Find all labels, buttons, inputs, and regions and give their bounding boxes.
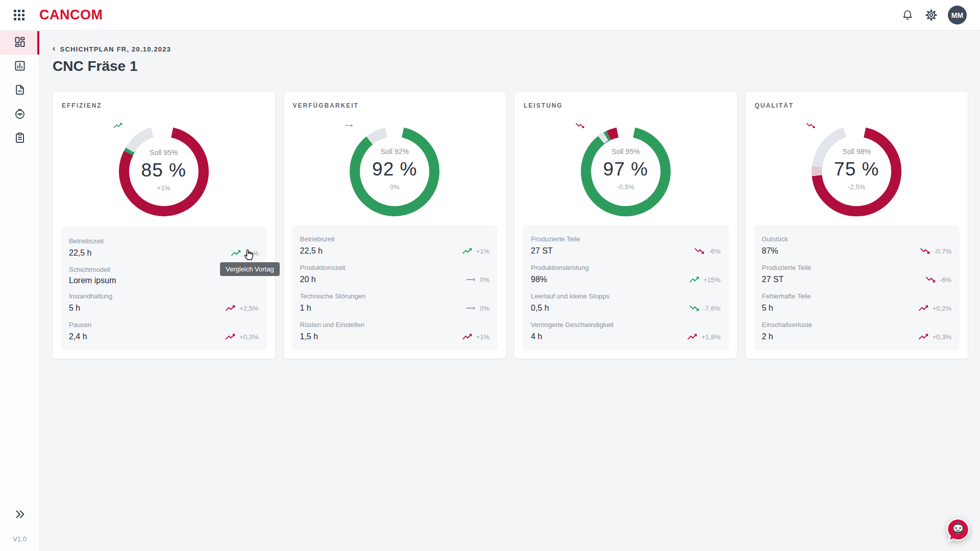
metric-label: Produzierte Teile xyxy=(531,235,721,243)
kpi-cards-grid: EFFIZIENZ Soll 95% 85 % +1% Betriebszeit… xyxy=(53,92,968,359)
metric-label: Produktionszeit xyxy=(300,264,490,271)
metric-value: 22,5 h xyxy=(300,246,323,256)
notifications-bell-icon[interactable] xyxy=(901,9,914,22)
metric-row: Schichtmodell Lorem ipsum xyxy=(69,266,259,285)
metric-label: Rüsten und Einstellen xyxy=(300,321,490,329)
metric-value: 22,5 h xyxy=(69,248,91,258)
metric-label: Einschaltverluste xyxy=(762,321,952,329)
page-title: CNC Fräse 1 xyxy=(53,58,968,74)
metric-row: Rüsten und Einstellen 1,5 h +1% xyxy=(300,321,490,342)
breadcrumb-back-link[interactable]: ‹ SCHICHTPLAN FR, 20.10.2023 xyxy=(53,45,968,53)
metric-trend[interactable]: +0,3% xyxy=(918,331,951,342)
sidebar-item-dashboard[interactable] xyxy=(0,31,39,55)
kpi-card-leistung: LEISTUNG Soll 95% 97 % -0,5% Produzierte… xyxy=(514,92,737,359)
metric-trend[interactable]: +2,5% xyxy=(225,303,258,314)
metric-row: Verringerte Geschwindigkeit 4 h +1,8% xyxy=(531,321,721,342)
cancom-logo: CANCOM xyxy=(39,7,103,23)
chatbot-launcher-button[interactable] xyxy=(945,517,971,543)
gauge-delta: +1% xyxy=(157,184,170,192)
gauge-trend: -0,5% xyxy=(617,183,634,191)
metric-delta: +1,8% xyxy=(701,333,720,341)
metric-trend[interactable]: +1% xyxy=(230,247,258,259)
sidebar-item-machine-monitor[interactable] xyxy=(0,103,39,127)
version-label: V1.0 xyxy=(13,535,27,543)
gauge-value: 97 % xyxy=(603,159,648,180)
dashboard-icon xyxy=(14,36,26,50)
metric-value: 0,5 h xyxy=(531,304,549,313)
main-content: ‹ SCHICHTPLAN FR, 20.10.2023 CNC Fräse 1… xyxy=(40,31,980,551)
trend-up-icon xyxy=(225,303,236,314)
card-title: QUALITÄT xyxy=(754,100,960,109)
metric-trend[interactable]: +0,2% xyxy=(918,303,951,314)
gauge-value: 75 % xyxy=(834,159,879,180)
gauge-wrap: Soll 95% 85 % +1% xyxy=(113,120,215,220)
metric-label: Gutstück xyxy=(762,235,952,243)
metric-delta: 0% xyxy=(480,276,489,284)
metric-label: Leerlauf und kleine Stopps xyxy=(531,292,721,300)
metric-delta: +2,5% xyxy=(239,305,258,312)
metric-trend[interactable]: -7,6% xyxy=(689,303,721,314)
metric-row: Gutstück 87% -0,7% xyxy=(762,235,952,257)
sidebar-item-documents[interactable] xyxy=(0,79,39,103)
gauge-soll-label: Soll 95% xyxy=(611,147,640,156)
user-avatar[interactable]: MM xyxy=(948,6,967,24)
sidebar-item-analytics[interactable] xyxy=(0,55,39,79)
metric-value: 98% xyxy=(531,275,547,284)
metric-trend[interactable]: -6% xyxy=(694,245,720,257)
settings-gear-icon[interactable] xyxy=(924,9,938,22)
metric-trend[interactable]: +1% xyxy=(461,331,489,342)
metrics-panel: Betriebszeit 22,5 h +1% Produktionszeit … xyxy=(292,225,498,350)
metric-label: Produzierte Teile xyxy=(762,264,952,271)
metric-trend[interactable]: +0,3% xyxy=(225,331,258,342)
metric-delta: +1% xyxy=(476,247,489,255)
trend-down-icon xyxy=(689,303,700,314)
metric-trend[interactable]: +1% xyxy=(461,245,489,257)
gauge-soll-label: Soll 95% xyxy=(150,148,178,157)
metric-row: Produzierte Teile 27 ST -6% xyxy=(531,235,721,257)
gauge-monitor-icon xyxy=(14,108,26,122)
sidebar-expand-icon[interactable] xyxy=(14,509,26,522)
metric-delta: -6% xyxy=(940,276,951,284)
metric-value: 27 ST xyxy=(531,246,553,256)
metric-delta: -0,7% xyxy=(934,247,951,255)
metric-delta: +1% xyxy=(245,249,258,257)
metric-row: Betriebszeit 22,5 h +1% xyxy=(69,237,259,259)
metric-value: 87% xyxy=(762,246,778,256)
card-title: EFFIZIENZ xyxy=(61,100,267,109)
trend-up-icon xyxy=(918,303,929,314)
metric-trend[interactable]: -6% xyxy=(925,274,951,285)
metric-trend[interactable]: 0% xyxy=(465,303,489,314)
trend-flat-icon xyxy=(465,274,476,285)
trend-down-icon xyxy=(575,120,585,131)
metric-row: Pausen 2,4 h +0,3% xyxy=(69,321,259,342)
trend-up-icon xyxy=(689,274,700,285)
chevron-left-icon: ‹ xyxy=(53,44,56,53)
app-grid-icon[interactable] xyxy=(14,10,25,21)
metric-trend[interactable]: -0,7% xyxy=(919,245,951,257)
document-icon xyxy=(14,84,26,98)
metric-trend[interactable]: +1,8% xyxy=(687,331,720,342)
metric-value: 5 h xyxy=(762,304,773,313)
metric-value: 4 h xyxy=(531,332,542,341)
trend-up-icon xyxy=(225,331,236,342)
kpi-card-qualität: QUALITÄT Soll 98% 75 % -2,5% Gutstück 87… xyxy=(746,92,968,359)
metrics-panel: Betriebszeit 22,5 h +1% Schichtmodell Lo… xyxy=(61,227,267,350)
top-bar: CANCOM MM xyxy=(0,0,980,31)
gauge-trend: 0% xyxy=(390,183,400,191)
metric-label: Produktionsleistung xyxy=(531,264,721,271)
metric-row: Technische Störungen 1 h 0% xyxy=(300,292,490,314)
gauge-delta: -0,5% xyxy=(617,183,634,191)
metric-delta: 0% xyxy=(480,305,489,312)
gauge-wrap: Soll 95% 97 % -0,5% xyxy=(575,120,677,218)
metrics-panel: Produzierte Teile 27 ST -6% Produktionsl… xyxy=(523,225,729,350)
breadcrumb-label: SCHICHTPLAN FR, 20.10.2023 xyxy=(60,45,172,53)
metric-trend[interactable]: 0% xyxy=(465,274,489,285)
metric-label: Schichtmodell xyxy=(69,266,259,273)
clipboard-icon xyxy=(14,132,26,146)
trend-down-icon xyxy=(925,274,936,285)
sidebar-item-orders[interactable] xyxy=(0,127,39,151)
metric-value: 1,5 h xyxy=(300,332,318,341)
metric-trend[interactable]: +15% xyxy=(689,274,721,285)
gauge-value: 85 % xyxy=(141,160,186,181)
gauge-trend: +1% xyxy=(157,184,170,192)
